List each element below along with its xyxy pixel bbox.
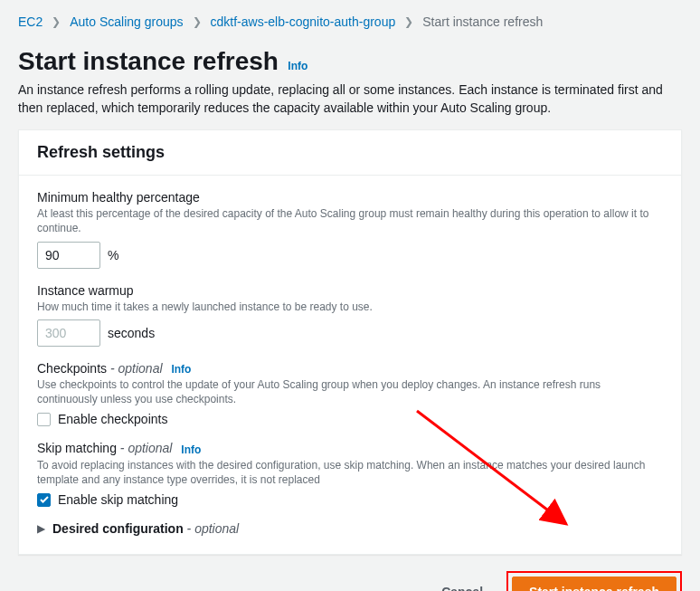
breadcrumb-group-name[interactable]: cdktf-aws-elb-cognito-auth-group — [211, 14, 396, 29]
annotation-highlight: Start instance refresh — [506, 571, 682, 591]
skip-matching-label: Skip matching — [37, 441, 117, 455]
warmup-input[interactable] — [37, 319, 100, 347]
chevron-right-icon: ❯ — [404, 15, 413, 28]
chevron-right-icon: ❯ — [193, 15, 202, 28]
skip-matching-checkbox-label: Enable skip matching — [58, 492, 178, 507]
min-healthy-input[interactable] — [37, 242, 100, 269]
skip-matching-info-link[interactable]: Info — [181, 443, 201, 456]
skip-matching-optional: - optional — [120, 441, 173, 455]
checkpoints-info-link[interactable]: Info — [171, 363, 191, 376]
page-title: Start instance refresh — [18, 47, 279, 76]
checkpoints-checkbox[interactable] — [37, 413, 51, 426]
refresh-settings-panel: Refresh settings Minimum healthy percent… — [18, 129, 682, 555]
caret-right-icon: ▶ — [37, 522, 45, 535]
checkpoints-help: Use checkpoints to control the update of… — [37, 377, 663, 406]
field-min-healthy: Minimum healthy percentage At least this… — [37, 190, 663, 268]
panel-header: Refresh settings — [19, 130, 681, 176]
skip-matching-checkbox[interactable] — [37, 493, 51, 507]
min-healthy-label: Minimum healthy percentage — [37, 190, 663, 205]
checkpoints-label-row: Checkpoints - optional Info — [37, 361, 663, 376]
warmup-label: Instance warmup — [37, 283, 663, 298]
breadcrumb-current: Start instance refresh — [422, 14, 543, 29]
checkpoints-label: Checkpoints — [37, 361, 107, 376]
desired-config-optional: - optional — [187, 521, 240, 536]
chevron-right-icon: ❯ — [52, 15, 61, 28]
skip-matching-help: To avoid replacing instances with the de… — [37, 458, 663, 487]
warmup-help: How much time it takes a newly launched … — [37, 300, 663, 314]
min-healthy-unit: % — [108, 248, 118, 262]
checkpoints-optional: - optional — [110, 361, 163, 376]
breadcrumb-asg[interactable]: Auto Scaling groups — [70, 14, 183, 29]
breadcrumb-ec2[interactable]: EC2 — [18, 14, 43, 29]
checkpoints-checkbox-label: Enable checkpoints — [58, 412, 167, 426]
min-healthy-help: At least this percentage of the desired … — [37, 206, 663, 235]
desired-config-label: Desired configuration — [52, 521, 184, 536]
cancel-button[interactable]: Cancel — [430, 577, 494, 591]
form-actions: Cancel Start instance refresh — [18, 571, 682, 591]
info-link[interactable]: Info — [288, 60, 307, 72]
skip-matching-label-row: Skip matching - optional Info — [37, 441, 663, 455]
field-warmup: Instance warmup How much time it takes a… — [37, 283, 663, 347]
start-instance-refresh-button[interactable]: Start instance refresh — [512, 577, 676, 591]
desired-config-toggle[interactable]: ▶ Desired configuration - optional — [37, 521, 663, 536]
breadcrumbs: EC2 ❯ Auto Scaling groups ❯ cdktf-aws-el… — [18, 14, 682, 29]
field-skip-matching: Skip matching - optional Info To avoid r… — [37, 441, 663, 507]
field-checkpoints: Checkpoints - optional Info Use checkpoi… — [37, 361, 663, 427]
panel-title: Refresh settings — [37, 143, 663, 162]
warmup-unit: seconds — [108, 326, 155, 340]
page-description: An instance refresh performs a rolling u… — [18, 81, 682, 117]
